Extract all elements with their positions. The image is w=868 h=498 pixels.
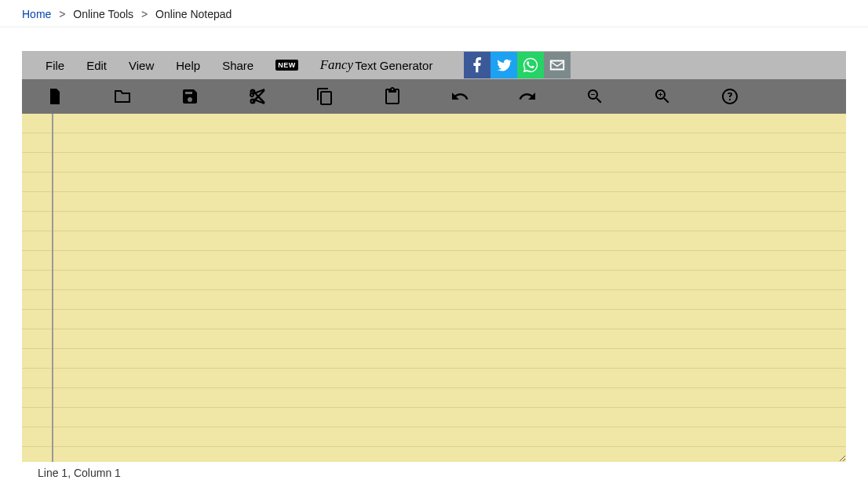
copy-button[interactable] [314,87,336,106]
open-folder-icon [113,87,132,106]
help-icon [720,87,739,106]
breadcrumb-current: Online Notepad [155,8,232,20]
zoom-in-button[interactable] [651,87,673,106]
status-bar: Line 1, Column 1 [22,462,846,484]
menu-help[interactable]: Help [176,59,200,72]
save-button[interactable] [179,87,201,106]
twitter-icon [495,56,512,74]
fancy-rest: Text Generator [355,59,432,72]
cut-icon [248,87,267,106]
paste-icon [383,87,402,106]
open-button[interactable] [111,87,133,106]
share-facebook[interactable] [464,52,491,78]
facebook-icon [469,56,486,74]
paste-button[interactable] [381,87,403,106]
new-file-button[interactable] [44,87,66,106]
menu-file[interactable]: File [46,59,64,72]
notepad-app: File Edit View Help Share NEW Fancy Text… [22,51,846,484]
breadcrumb: Home > Online Tools > Online Notepad [0,0,868,27]
whatsapp-icon [522,56,539,74]
new-file-icon [46,87,64,106]
notepad-textarea[interactable] [22,114,846,462]
cut-button[interactable] [246,87,268,106]
zoom-in-icon [653,87,672,106]
redo-button[interactable] [516,87,538,106]
share-twitter[interactable] [491,52,517,78]
share-email[interactable] [544,52,571,78]
share-whatsapp[interactable] [517,52,544,78]
menu-share[interactable]: Share [222,59,253,72]
menubar: File Edit View Help Share NEW Fancy Text… [22,51,846,79]
new-badge: NEW [275,60,298,71]
help-button[interactable] [719,87,741,106]
breadcrumb-separator: > [59,8,65,20]
copy-icon [315,87,334,106]
undo-button[interactable] [449,87,471,106]
menu-view[interactable]: View [129,59,154,72]
zoom-out-button[interactable] [584,87,606,106]
email-icon [549,56,566,74]
fancy-text-generator-link[interactable]: Fancy Text Generator [320,57,433,73]
save-icon [181,87,199,106]
breadcrumb-tools[interactable]: Online Tools [73,8,133,20]
breadcrumb-home[interactable]: Home [22,8,51,20]
fancy-word: Fancy [320,57,353,73]
zoom-out-icon [585,87,604,106]
social-share [464,52,571,78]
undo-icon [450,87,469,106]
toolbar [22,79,846,114]
redo-icon [518,87,537,106]
breadcrumb-separator: > [141,8,148,20]
menu-edit[interactable]: Edit [86,59,107,72]
editor-container [22,114,846,462]
